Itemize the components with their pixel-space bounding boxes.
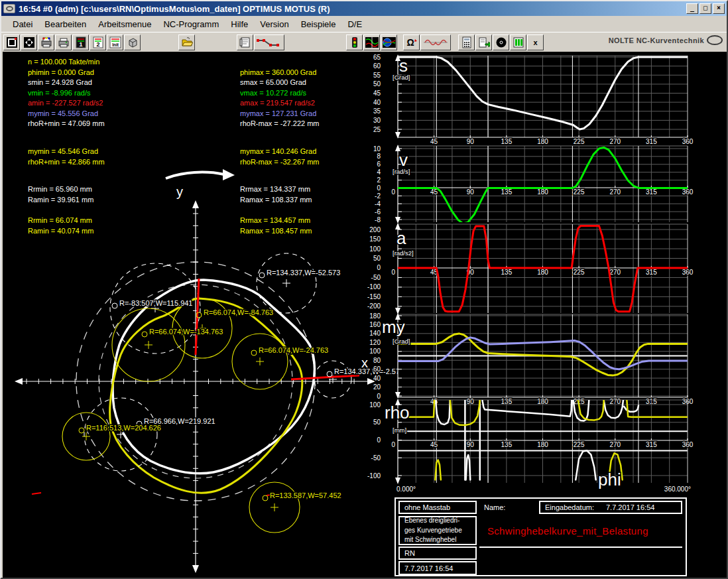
y-tick-label: 4 <box>377 168 381 176</box>
calculator-icon[interactable] <box>458 34 475 50</box>
y-axis-arrow-up-icon <box>192 200 199 208</box>
y-tick-label: 25 <box>373 126 381 133</box>
notepad-icon[interactable] <box>237 34 253 50</box>
param-line: vmax = 10.272 rad/s <box>240 89 306 97</box>
x-tick-label: 90 <box>467 441 475 448</box>
plot-unit-my: [Grad] <box>393 338 410 345</box>
description-cell: Ebenes dreigliedri- ges Kurvengetriebe m… <box>398 516 477 545</box>
traffic-light-icon[interactable] <box>346 34 363 50</box>
param-line: Ramax = 108.457 mm <box>240 227 312 235</box>
init-icon[interactable]: Init <box>107 34 123 50</box>
x-tick-label: 225 <box>574 138 585 145</box>
param-line: phimin = 0.000 Grad <box>28 68 94 76</box>
y-tick-label: 55 <box>373 72 381 79</box>
omega-icon[interactable]: Ω <box>403 34 420 50</box>
vendor-logo: NOLTE NC-Kurventechnik <box>609 35 723 45</box>
param-line: vmin = -8.996 rad/s <box>28 89 90 97</box>
drawing-area: yxR=134.337,W=-52.573R=-83.507,W=115.941… <box>3 52 728 578</box>
table-green-icon[interactable] <box>510 34 526 50</box>
app-window: 16:54 #0 (adm) [c:\users\RN\OptimusMotus… <box>0 0 728 579</box>
x-tick-label: 180 <box>537 188 548 196</box>
menu-item-beispiele[interactable]: Beispiele <box>295 17 342 31</box>
scale-cell: ohne Masstab <box>398 501 477 514</box>
y-tick-label: 8 <box>377 153 381 160</box>
y-tick-label: 45 <box>373 90 381 97</box>
fit-glyph <box>23 36 35 48</box>
menu-item-hilfe[interactable]: Hilfe <box>225 17 254 31</box>
svg-text:Ω: Ω <box>406 37 414 48</box>
menu-item-datei[interactable]: Datei <box>7 17 38 31</box>
menu-item-arbeitsmenue[interactable]: Arbeitsmenue <box>92 17 157 31</box>
titlebar: 16:54 #0 (adm) [c:\users\RN\OptimusMotus… <box>1 1 727 16</box>
menu-item-nc-programm[interactable]: NC-Programm <box>157 17 225 31</box>
red-curve-icon[interactable] <box>420 34 451 50</box>
x-tick-label: 135 <box>501 188 513 196</box>
phi-start-label: 0.000° <box>396 485 416 493</box>
input-date-value: 7.7.2017 16:54 <box>606 503 654 511</box>
page-2-icon[interactable]: 2 <box>90 34 106 50</box>
maximize-button[interactable]: □ <box>699 3 711 14</box>
window-frame-icon[interactable] <box>3 34 20 50</box>
fit-view-icon[interactable] <box>21 34 37 50</box>
app-icon[interactable] <box>3 4 15 13</box>
radius-label: R=133.587,W=57.452 <box>270 491 341 499</box>
menu-item-bearbeiten[interactable]: Bearbeiten <box>38 17 92 31</box>
y-tick-label: 60 <box>373 365 381 373</box>
menu-item-d-e[interactable]: D/E <box>341 17 368 31</box>
x-tick-label: 360 <box>682 441 694 448</box>
cam-disc-icon[interactable] <box>493 34 509 50</box>
param-line: mymax = 127.231 Grad <box>240 109 316 117</box>
rho-curve <box>435 460 441 480</box>
rho-curve <box>483 401 572 417</box>
open-folder-icon[interactable] <box>178 34 195 50</box>
scale-text: ohne Masstab <box>404 503 450 511</box>
init-glyph: Init <box>109 36 121 48</box>
frame-glyph <box>6 36 18 48</box>
drawing-title: Schwinghebelkurve_mit_Belastung <box>487 525 648 537</box>
export-icon[interactable] <box>475 34 492 50</box>
phi-axis-label: phi <box>598 470 621 489</box>
print-color-icon[interactable] <box>38 34 54 50</box>
label-marker-icon <box>79 428 84 433</box>
print-glyph <box>58 36 70 48</box>
param-line: phimax = 360.000 Grad <box>240 68 316 76</box>
cam-diagram: yxR=134.337,W=-52.573R=-83.507,W=115.941… <box>3 52 398 578</box>
y-tick-label: -150 <box>367 293 381 300</box>
y-axis-arrow-down-icon <box>395 478 400 484</box>
label-marker-icon <box>142 332 147 337</box>
omega-glyph: Ω <box>405 36 418 48</box>
circle-center-mark <box>82 432 90 440</box>
print-icon[interactable] <box>55 34 72 50</box>
param-line: rhoR+min = 47.069 mm <box>28 119 105 127</box>
param-line: mymax = 140.246 Grad <box>240 147 316 155</box>
y-tick-label: -50 <box>371 454 381 462</box>
radius-label: R=66.074,W=-24.763 <box>259 346 328 354</box>
y-tick-label: 120 <box>369 339 381 346</box>
close-button[interactable]: × <box>713 3 725 14</box>
x-tick-label-zero: 0 <box>391 269 395 276</box>
page-1-glyph: 1 <box>75 36 87 48</box>
y-tick-label: -100 <box>367 472 381 480</box>
page-1-icon[interactable]: 1 <box>72 34 89 50</box>
menu-item-version[interactable]: Version <box>254 17 294 31</box>
motion-segments-icon[interactable] <box>254 34 284 50</box>
svg-text:1: 1 <box>79 41 82 48</box>
x-tick-label: 360 <box>682 269 694 276</box>
plot-name-my: my <box>382 317 405 337</box>
x-tick-label: 135 <box>501 441 513 448</box>
phi-end-label: 360.000° <box>664 485 691 493</box>
y-tick-label: 80 <box>373 357 381 364</box>
cam-diagram-icon[interactable] <box>363 34 380 50</box>
cam-diagram-blue-icon[interactable] <box>381 34 397 50</box>
notepad-glyph <box>239 36 251 48</box>
plot-unit-v: [rad/s] <box>393 168 410 175</box>
y-tick-label: 40 <box>373 375 381 382</box>
cube-icon[interactable] <box>124 34 141 50</box>
minimize-button[interactable]: _ <box>686 3 698 14</box>
close-x-icon[interactable]: x <box>527 34 544 50</box>
vendor-logo-text: NOLTE NC-Kurventechnik <box>609 36 704 44</box>
circle-center-mark <box>145 341 152 349</box>
circle-center-mark <box>282 279 290 287</box>
y-tick-label: -100 <box>367 283 381 290</box>
y-tick-label: 50 <box>373 80 381 88</box>
